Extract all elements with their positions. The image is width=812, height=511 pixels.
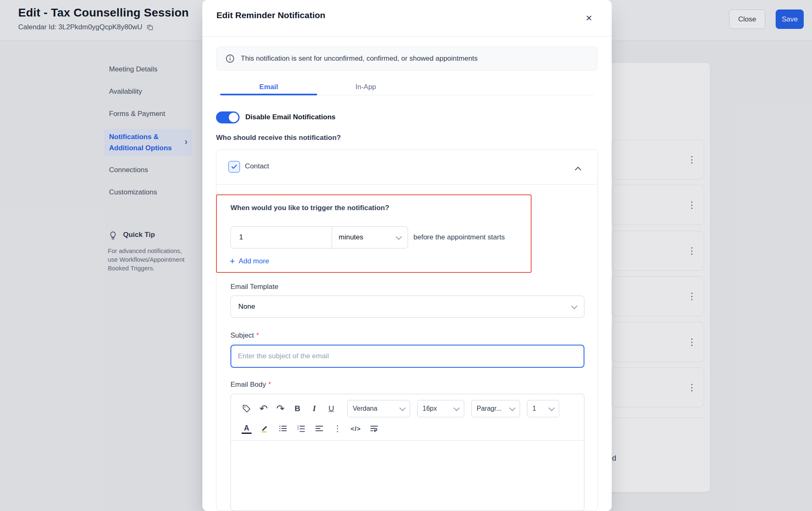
email-body-editor: ↶ ↷ B I U Verdana 16px Paragr...	[230, 394, 584, 511]
highlight-color-icon[interactable]	[260, 423, 270, 434]
undo-icon[interactable]: ↶	[259, 403, 268, 414]
email-template-label: Email Template	[230, 283, 278, 291]
svg-text:2: 2	[297, 427, 299, 431]
merge-tag-icon[interactable]	[242, 403, 252, 414]
close-icon[interactable]: ✕	[582, 12, 596, 25]
editor-toolbar-row-2: A 1 2	[231, 419, 584, 438]
subject-label: Subject*	[230, 331, 259, 340]
tab-in-app[interactable]: In-App	[317, 79, 414, 95]
info-banner-text: This notification is sent for unconfirme…	[241, 54, 478, 63]
email-template-select[interactable]: None	[230, 296, 584, 318]
email-body-text-area[interactable]	[231, 441, 584, 507]
text-color-icon[interactable]: A	[242, 423, 252, 434]
editor-toolbar-row-1: ↶ ↷ B I U Verdana 16px Paragr...	[231, 394, 584, 419]
underline-icon[interactable]: U	[326, 403, 336, 414]
active-tab-indicator	[220, 94, 317, 95]
plus-icon: +	[230, 257, 235, 266]
redo-icon[interactable]: ↷	[275, 403, 285, 414]
info-banner: This notification is sent for unconfirme…	[216, 47, 597, 71]
add-more-button[interactable]: + Add more	[230, 257, 269, 266]
chevron-down-icon	[396, 233, 402, 240]
info-icon	[225, 54, 235, 64]
disable-email-notifications-toggle[interactable]	[216, 111, 240, 123]
divider	[216, 184, 598, 185]
tab-email[interactable]: Email	[220, 79, 317, 95]
toggle-knob	[229, 113, 238, 122]
chevron-up-icon[interactable]	[574, 164, 582, 175]
bullet-list-icon[interactable]	[278, 423, 288, 434]
italic-icon[interactable]: I	[309, 403, 319, 414]
divider	[202, 36, 612, 37]
trigger-suffix-text: before the appointment starts	[413, 226, 505, 248]
contact-checkbox[interactable]	[228, 161, 240, 173]
toggle-label: Disable Email Notifications	[245, 113, 335, 121]
font-size-select[interactable]: 16px	[417, 400, 464, 417]
chevron-down-icon	[509, 405, 516, 411]
trigger-unit-select[interactable]: minutes	[332, 226, 408, 248]
line-height-select[interactable]: 1	[527, 400, 559, 417]
edit-reminder-notification-modal: Edit Reminder Notification ✕ This notifi…	[202, 0, 612, 511]
trigger-value-input[interactable]	[230, 226, 332, 248]
contact-label: Contact	[245, 162, 269, 170]
required-asterisk: *	[268, 381, 271, 388]
chevron-down-icon	[399, 405, 406, 411]
trigger-question: When would you like to trigger the notif…	[230, 204, 389, 212]
bold-icon[interactable]: B	[292, 403, 302, 414]
modal-title: Edit Reminder Notification	[216, 10, 325, 20]
screen: Edit - Tax Counselling Session Calendar …	[0, 0, 812, 511]
numbered-list-icon[interactable]: 1 2	[296, 423, 306, 434]
email-body-label: Email Body*	[230, 381, 271, 389]
paragraph-style-select[interactable]: Paragr...	[471, 400, 520, 417]
chevron-down-icon	[571, 303, 578, 309]
required-asterisk: *	[256, 332, 259, 339]
recipient-question: Who should receive this notification?	[216, 134, 341, 142]
chevron-down-icon	[548, 405, 555, 411]
align-icon[interactable]	[314, 423, 324, 434]
font-family-select[interactable]: Verdana	[347, 400, 410, 417]
subject-input[interactable]	[230, 345, 584, 368]
more-options-icon[interactable]: ⋮	[332, 423, 342, 434]
code-view-icon[interactable]: </>	[351, 423, 361, 434]
text-wrap-icon[interactable]	[369, 423, 379, 434]
chevron-down-icon	[453, 405, 460, 411]
